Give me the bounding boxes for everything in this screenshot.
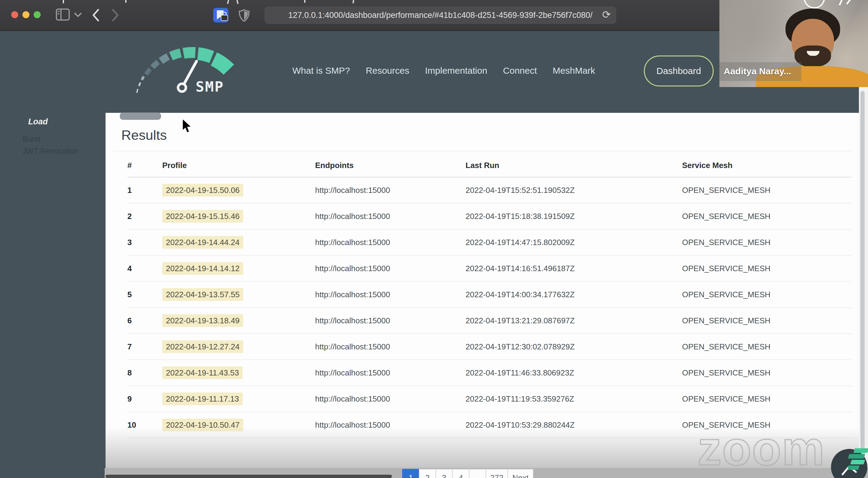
table-row[interactable]: 4 2022-04-19-14.14.12 http://localhost:1…: [127, 256, 851, 282]
row-number: 8: [127, 368, 162, 378]
profile-value[interactable]: 2022-04-19-15.15.46: [162, 210, 243, 223]
mesh-value: OPEN_SERVICE_MESH: [682, 238, 851, 247]
mesh-value: OPEN_SERVICE_MESH: [682, 342, 851, 352]
cutoff-text-fragment: [227, 0, 229, 4]
cutoff-shape: [846, 0, 851, 5]
profile-value[interactable]: 2022-04-19-13.18.49: [162, 314, 243, 327]
lastrun-value: 2022-04-19T12:30:02.078929Z: [466, 342, 682, 352]
col-header-mesh: Service Mesh: [682, 154, 851, 170]
endpoints-value: http://localhost:15000: [315, 394, 466, 404]
nav-item-what-is-smp[interactable]: What is SMP?: [292, 65, 350, 76]
lastrun-value: 2022-04-19T10:53:29.880244Z: [466, 420, 682, 430]
reload-icon[interactable]: ⟳: [602, 8, 611, 21]
profile-value[interactable]: 2022-04-19-10.50.47: [162, 419, 243, 431]
results-table: # Profile Endpoints Last Run Service Mes…: [127, 154, 851, 438]
table-header-row: # Profile Endpoints Last Run Service Mes…: [127, 154, 851, 178]
pagination-page-1[interactable]: 1: [402, 469, 420, 478]
vertical-scrollbar[interactable]: [860, 91, 865, 466]
endpoints-value: http://localhost:15000: [315, 342, 466, 352]
sidebar-item-burst[interactable]: Burst: [23, 135, 40, 144]
pagination-next-button[interactable]: Next: [507, 469, 533, 478]
profile-value[interactable]: 2022-04-19-11.43.53: [162, 367, 243, 379]
pagination-page-2[interactable]: 2: [419, 469, 436, 478]
webcam-overlay: Aaditya Naray...: [719, 0, 868, 87]
profile-value[interactable]: 2022-04-19-14.14.12: [162, 262, 243, 275]
mesh-value: OPEN_SERVICE_MESH: [682, 316, 851, 325]
row-number: 2: [127, 212, 162, 221]
cutoff-text-fragment: [352, 0, 354, 3]
sidebar-item-jwt-revocation[interactable]: JWT Revocation: [23, 147, 78, 156]
close-window-button[interactable]: [11, 11, 18, 18]
password-extension-icon[interactable]: [213, 8, 231, 23]
back-button[interactable]: [91, 8, 100, 22]
logo-text: SMP: [196, 78, 224, 95]
profile-value[interactable]: 2022-04-19-11.17.13: [162, 392, 243, 405]
lastrun-value: 2022-04-19T11:19:53.359276Z: [466, 394, 682, 404]
table-row[interactable]: 8 2022-04-19-11.43.53 http://localhost:1…: [127, 360, 851, 386]
nav-item-connect[interactable]: Connect: [503, 65, 537, 76]
endpoints-value: http://localhost:15000: [315, 238, 466, 247]
row-number: 1: [127, 186, 162, 195]
table-row[interactable]: 7 2022-04-19-12.27.24 http://localhost:1…: [127, 334, 851, 360]
table-row[interactable]: 9 2022-04-19-11.17.13 http://localhost:1…: [127, 386, 851, 412]
minimize-window-button[interactable]: [23, 11, 29, 18]
lastrun-value: 2022-04-19T14:47:15.802009Z: [466, 238, 682, 247]
endpoints-value: http://localhost:15000: [315, 212, 466, 221]
row-number: 4: [127, 264, 162, 273]
pagination-page-4[interactable]: 4: [452, 469, 469, 478]
chevron-down-icon[interactable]: [74, 12, 82, 18]
mesh-value: OPEN_SERVICE_MESH: [682, 394, 851, 404]
dashboard-label: Dashboard: [657, 66, 701, 76]
row-number: 10: [127, 420, 162, 430]
col-header-lastrun: Last Run: [466, 154, 682, 170]
url-bar[interactable]: 127.0.0.1:4000/dashboard/performance/#41…: [265, 6, 616, 24]
nav-item-implementation[interactable]: Implementation: [425, 65, 487, 76]
cutoff-text-fragment: [125, 0, 126, 3]
mesh-value: OPEN_SERVICE_MESH: [682, 186, 851, 195]
pagination-page-…[interactable]: …: [469, 469, 486, 478]
endpoints-value: http://localhost:15000: [315, 264, 466, 273]
nav-item-meshmark[interactable]: MeshMark: [553, 65, 595, 76]
pagination-page-3[interactable]: 3: [436, 469, 453, 478]
nav-item-resources[interactable]: Resources: [366, 65, 409, 76]
nav-links: What is SMP?ResourcesImplementationConne…: [292, 65, 595, 76]
lastrun-value: 2022-04-19T14:00:34.177632Z: [466, 290, 682, 299]
smp-logo[interactable]: SMP: [127, 36, 279, 115]
row-number: 3: [127, 238, 162, 247]
participant-name: Aaditya Naray...: [724, 66, 791, 76]
profile-value[interactable]: 2022-04-19-15.50.06: [162, 184, 243, 196]
layers-logo-icon: [848, 445, 868, 476]
table-row[interactable]: 3 2022-04-19-14.44.24 http://localhost:1…: [127, 230, 851, 256]
pagination-page-272[interactable]: 272: [486, 469, 508, 478]
row-number: 9: [127, 394, 162, 404]
cutoff-text-fragment: [304, 0, 305, 3]
row-number: 5: [127, 290, 162, 299]
mouse-cursor: [181, 118, 193, 134]
lastrun-value: 2022-04-19T11:46:33.806923Z: [466, 368, 682, 378]
col-header-num: #: [127, 154, 162, 170]
zoom-window-button[interactable]: [34, 11, 41, 18]
shield-extension-icon[interactable]: [238, 9, 250, 22]
endpoints-value: http://localhost:15000: [315, 290, 466, 299]
forward-button[interactable]: [111, 8, 120, 22]
sidebar-toggle-icon[interactable]: [56, 8, 70, 21]
profile-value[interactable]: 2022-04-19-13.57.55: [162, 288, 243, 301]
profile-value[interactable]: 2022-04-19-14.44.24: [162, 236, 243, 249]
horizontal-scrollbar[interactable]: [105, 475, 392, 478]
table-row[interactable]: 5 2022-04-19-13.57.55 http://localhost:1…: [127, 282, 851, 308]
table-row[interactable]: 2 2022-04-19-15.15.46 http://localhost:1…: [127, 203, 851, 230]
profile-value[interactable]: 2022-04-19-12.27.24: [162, 340, 243, 353]
sidebar-item-load[interactable]: Load: [28, 117, 48, 126]
table-row[interactable]: 6 2022-04-19-13.18.49 http://localhost:1…: [127, 308, 851, 334]
zoom-watermark: zoom: [698, 421, 825, 476]
table-row[interactable]: 1 2022-04-19-15.50.06 http://localhost:1…: [127, 178, 851, 203]
cutoff-shape: [839, 0, 843, 5]
endpoints-value: http://localhost:15000: [315, 368, 466, 378]
nav-item-dashboard[interactable]: Dashboard: [644, 56, 714, 87]
mesh-value: OPEN_SERVICE_MESH: [682, 212, 851, 221]
title-divider: [113, 151, 851, 151]
col-header-profile: Profile: [162, 154, 315, 170]
row-number: 7: [127, 342, 162, 352]
col-header-endpoints: Endpoints: [315, 154, 466, 170]
endpoints-value: http://localhost:15000: [315, 420, 466, 430]
